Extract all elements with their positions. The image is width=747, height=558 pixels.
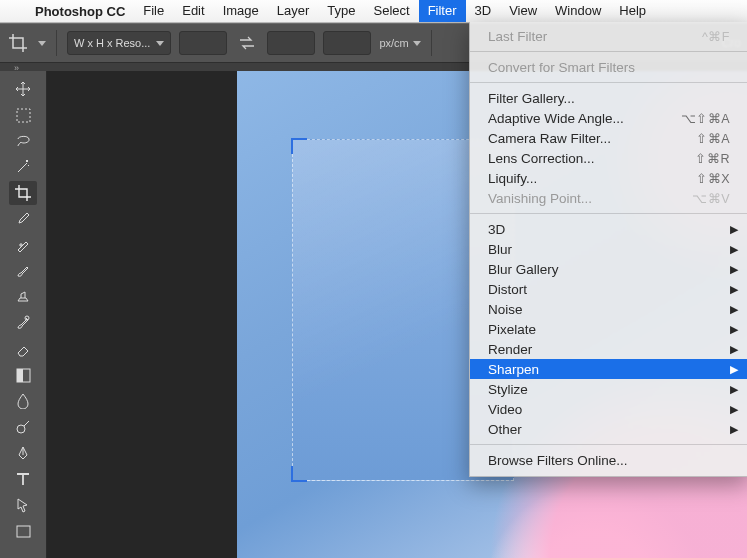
crop-handle-icon[interactable] <box>291 466 307 482</box>
menu-item-pixelate[interactable]: Pixelate▶ <box>470 319 747 339</box>
menu-item-label: Stylize <box>488 382 528 397</box>
crop-preset-select[interactable]: W x H x Reso... <box>67 31 171 55</box>
menu-item-label: Liquify... <box>488 171 537 186</box>
menu-item-adaptive-wide-angle[interactable]: Adaptive Wide Angle...⌥⇧⌘A <box>470 108 747 128</box>
tool-marquee[interactable] <box>9 103 37 127</box>
submenu-arrow-icon: ▶ <box>730 283 738 296</box>
menu-item-other[interactable]: Other▶ <box>470 419 747 439</box>
submenu-arrow-icon: ▶ <box>730 423 738 436</box>
tool-magic-wand[interactable] <box>9 155 37 179</box>
menu-item-distort[interactable]: Distort▶ <box>470 279 747 299</box>
tool-gradient[interactable] <box>9 363 37 387</box>
submenu-arrow-icon: ▶ <box>730 343 738 356</box>
menu-help[interactable]: Help <box>610 0 655 22</box>
menu-item-blur[interactable]: Blur▶ <box>470 239 747 259</box>
crop-height-field[interactable] <box>267 31 315 55</box>
menu-item-vanishing-point[interactable]: Vanishing Point...⌥⌘V <box>470 188 747 208</box>
menu-edit[interactable]: Edit <box>173 0 213 22</box>
submenu-arrow-icon: ▶ <box>730 263 738 276</box>
menu-item-blur-gallery[interactable]: Blur Gallery▶ <box>470 259 747 279</box>
submenu-arrow-icon: ▶ <box>730 323 738 336</box>
tool-healing-brush[interactable] <box>9 233 37 257</box>
menu-item-label: Video <box>488 402 522 417</box>
menu-item-sharpen[interactable]: Sharpen▶ <box>470 359 747 379</box>
menu-item-label: Distort <box>488 282 527 297</box>
menu-select[interactable]: Select <box>364 0 418 22</box>
menu-item-label: Blur <box>488 242 512 257</box>
menu-item-filter-gallery[interactable]: Filter Gallery... <box>470 88 747 108</box>
svg-rect-5 <box>17 526 30 537</box>
menu-item-render[interactable]: Render▶ <box>470 339 747 359</box>
tool-history-brush[interactable] <box>9 311 37 335</box>
menu-filter[interactable]: Filter <box>419 0 466 22</box>
tool-eyedropper[interactable] <box>9 207 37 231</box>
menu-item-label: Pixelate <box>488 322 536 337</box>
menu-item-label: Camera Raw Filter... <box>488 131 611 146</box>
crop-handle-icon[interactable] <box>291 138 307 154</box>
crop-unit-label: px/cm <box>379 37 408 49</box>
filter-menu: Last Filter ^⌘F Convert for Smart Filter… <box>469 22 747 477</box>
menu-item-convert-smart[interactable]: Convert for Smart Filters <box>470 57 747 77</box>
tool-rectangle[interactable] <box>9 519 37 543</box>
menu-shortcut: ⇧⌘R <box>695 151 730 166</box>
menu-shortcut: ⇧⌘A <box>696 131 730 146</box>
menu-item-last-filter[interactable]: Last Filter ^⌘F <box>470 26 747 46</box>
menu-item-browse-online[interactable]: Browse Filters Online... <box>470 450 747 470</box>
menu-item-label: Sharpen <box>488 362 539 377</box>
menu-item-label: Vanishing Point... <box>488 191 592 206</box>
submenu-arrow-icon: ▶ <box>730 363 738 376</box>
submenu-arrow-icon: ▶ <box>730 403 738 416</box>
tool-dodge[interactable] <box>9 415 37 439</box>
tool-brush[interactable] <box>9 259 37 283</box>
chevron-down-icon <box>156 41 164 46</box>
menu-item-label: 3D <box>488 222 505 237</box>
menu-shortcut: ⇧⌘X <box>696 171 730 186</box>
mac-menubar: Photoshop CC File Edit Image Layer Type … <box>0 0 747 23</box>
submenu-arrow-icon: ▶ <box>730 303 738 316</box>
crop-resolution-field[interactable] <box>323 31 371 55</box>
menu-item-stylize[interactable]: Stylize▶ <box>470 379 747 399</box>
crop-unit-select[interactable]: px/cm <box>379 37 420 49</box>
menu-item-label: Blur Gallery <box>488 262 559 277</box>
tool-lasso[interactable] <box>9 129 37 153</box>
menu-shortcut: ^⌘F <box>702 29 730 44</box>
tool-path-select[interactable] <box>9 493 37 517</box>
menu-item-label: Adaptive Wide Angle... <box>488 111 624 126</box>
svg-rect-0 <box>17 109 30 122</box>
menu-file[interactable]: File <box>134 0 173 22</box>
menu-window[interactable]: Window <box>546 0 610 22</box>
menu-item-liquify[interactable]: Liquify...⇧⌘X <box>470 168 747 188</box>
menu-item-label: Convert for Smart Filters <box>488 60 635 75</box>
menu-item-video[interactable]: Video▶ <box>470 399 747 419</box>
menu-item-camera-raw[interactable]: Camera Raw Filter...⇧⌘A <box>470 128 747 148</box>
menu-item-label: Lens Correction... <box>488 151 595 166</box>
submenu-arrow-icon: ▶ <box>730 383 738 396</box>
crop-tool-icon[interactable] <box>6 31 30 55</box>
menu-item-3d[interactable]: 3D▶ <box>470 219 747 239</box>
menu-item-label: Render <box>488 342 532 357</box>
menu-image[interactable]: Image <box>214 0 268 22</box>
menu-view[interactable]: View <box>500 0 546 22</box>
submenu-arrow-icon: ▶ <box>730 223 738 236</box>
menu-item-label: Browse Filters Online... <box>488 453 628 468</box>
menu-3d[interactable]: 3D <box>466 0 501 22</box>
swap-dimensions-icon[interactable] <box>235 31 259 55</box>
crop-preset-label: W x H x Reso... <box>74 37 150 49</box>
menu-item-lens-correction[interactable]: Lens Correction...⇧⌘R <box>470 148 747 168</box>
menu-shortcut: ⌥⇧⌘A <box>681 111 730 126</box>
menu-layer[interactable]: Layer <box>268 0 319 22</box>
tool-clone-stamp[interactable] <box>9 285 37 309</box>
menu-item-noise[interactable]: Noise▶ <box>470 299 747 319</box>
submenu-arrow-icon: ▶ <box>730 243 738 256</box>
tool-move[interactable] <box>9 77 37 101</box>
menu-item-label: Last Filter <box>488 29 547 44</box>
tool-type[interactable] <box>9 467 37 491</box>
crop-width-field[interactable] <box>179 31 227 55</box>
menu-type[interactable]: Type <box>318 0 364 22</box>
tool-crop[interactable] <box>9 181 37 205</box>
app-name[interactable]: Photoshop CC <box>26 4 134 19</box>
tool-eraser[interactable] <box>9 337 37 361</box>
tool-blur[interactable] <box>9 389 37 413</box>
tool-pen[interactable] <box>9 441 37 465</box>
tool-preset-caret-icon[interactable] <box>38 41 46 46</box>
